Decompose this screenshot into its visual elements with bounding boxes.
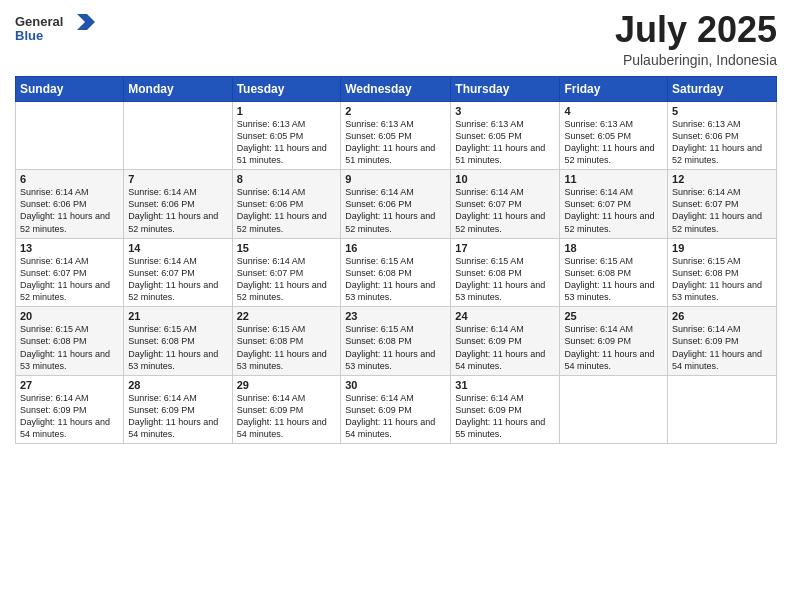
calendar-cell: 14Sunrise: 6:14 AM Sunset: 6:07 PM Dayli… — [124, 238, 232, 307]
day-info: Sunrise: 6:14 AM Sunset: 6:09 PM Dayligh… — [237, 392, 337, 441]
day-number: 25 — [564, 310, 663, 322]
day-info: Sunrise: 6:14 AM Sunset: 6:07 PM Dayligh… — [20, 255, 119, 304]
day-number: 12 — [672, 173, 772, 185]
day-number: 5 — [672, 105, 772, 117]
day-info: Sunrise: 6:13 AM Sunset: 6:05 PM Dayligh… — [564, 118, 663, 167]
calendar-cell: 12Sunrise: 6:14 AM Sunset: 6:07 PM Dayli… — [668, 170, 777, 239]
day-number: 2 — [345, 105, 446, 117]
calendar-cell: 24Sunrise: 6:14 AM Sunset: 6:09 PM Dayli… — [451, 307, 560, 376]
day-number: 30 — [345, 379, 446, 391]
calendar-cell: 16Sunrise: 6:15 AM Sunset: 6:08 PM Dayli… — [341, 238, 451, 307]
day-info: Sunrise: 6:14 AM Sunset: 6:09 PM Dayligh… — [564, 323, 663, 372]
day-number: 20 — [20, 310, 119, 322]
calendar-cell — [560, 375, 668, 444]
col-wednesday: Wednesday — [341, 76, 451, 101]
calendar-table: Sunday Monday Tuesday Wednesday Thursday… — [15, 76, 777, 445]
day-number: 19 — [672, 242, 772, 254]
svg-marker-1 — [77, 14, 95, 30]
day-info: Sunrise: 6:14 AM Sunset: 6:07 PM Dayligh… — [237, 255, 337, 304]
calendar-week-row: 1Sunrise: 6:13 AM Sunset: 6:05 PM Daylig… — [16, 101, 777, 170]
calendar-cell: 9Sunrise: 6:14 AM Sunset: 6:06 PM Daylig… — [341, 170, 451, 239]
day-number: 15 — [237, 242, 337, 254]
day-number: 28 — [128, 379, 227, 391]
calendar-header-row: Sunday Monday Tuesday Wednesday Thursday… — [16, 76, 777, 101]
calendar-cell: 7Sunrise: 6:14 AM Sunset: 6:06 PM Daylig… — [124, 170, 232, 239]
calendar-cell: 22Sunrise: 6:15 AM Sunset: 6:08 PM Dayli… — [232, 307, 341, 376]
day-info: Sunrise: 6:14 AM Sunset: 6:07 PM Dayligh… — [128, 255, 227, 304]
day-number: 27 — [20, 379, 119, 391]
calendar-cell — [668, 375, 777, 444]
calendar-cell: 5Sunrise: 6:13 AM Sunset: 6:06 PM Daylig… — [668, 101, 777, 170]
day-number: 11 — [564, 173, 663, 185]
day-info: Sunrise: 6:14 AM Sunset: 6:09 PM Dayligh… — [455, 323, 555, 372]
calendar-cell: 3Sunrise: 6:13 AM Sunset: 6:05 PM Daylig… — [451, 101, 560, 170]
col-friday: Friday — [560, 76, 668, 101]
day-number: 16 — [345, 242, 446, 254]
calendar-cell: 27Sunrise: 6:14 AM Sunset: 6:09 PM Dayli… — [16, 375, 124, 444]
day-info: Sunrise: 6:14 AM Sunset: 6:07 PM Dayligh… — [672, 186, 772, 235]
calendar-cell: 2Sunrise: 6:13 AM Sunset: 6:05 PM Daylig… — [341, 101, 451, 170]
day-info: Sunrise: 6:15 AM Sunset: 6:08 PM Dayligh… — [128, 323, 227, 372]
col-tuesday: Tuesday — [232, 76, 341, 101]
calendar-cell: 29Sunrise: 6:14 AM Sunset: 6:09 PM Dayli… — [232, 375, 341, 444]
day-info: Sunrise: 6:13 AM Sunset: 6:05 PM Dayligh… — [455, 118, 555, 167]
calendar-week-row: 27Sunrise: 6:14 AM Sunset: 6:09 PM Dayli… — [16, 375, 777, 444]
day-info: Sunrise: 6:14 AM Sunset: 6:06 PM Dayligh… — [345, 186, 446, 235]
title-location: Pulauberingin, Indonesia — [615, 52, 777, 68]
day-info: Sunrise: 6:13 AM Sunset: 6:05 PM Dayligh… — [237, 118, 337, 167]
day-number: 6 — [20, 173, 119, 185]
day-info: Sunrise: 6:14 AM Sunset: 6:09 PM Dayligh… — [20, 392, 119, 441]
day-info: Sunrise: 6:14 AM Sunset: 6:07 PM Dayligh… — [564, 186, 663, 235]
day-info: Sunrise: 6:14 AM Sunset: 6:06 PM Dayligh… — [237, 186, 337, 235]
day-info: Sunrise: 6:14 AM Sunset: 6:09 PM Dayligh… — [455, 392, 555, 441]
header: General Blue July 2025 Pulauberingin, In… — [15, 10, 777, 68]
calendar-cell: 26Sunrise: 6:14 AM Sunset: 6:09 PM Dayli… — [668, 307, 777, 376]
col-monday: Monday — [124, 76, 232, 101]
day-info: Sunrise: 6:14 AM Sunset: 6:06 PM Dayligh… — [128, 186, 227, 235]
day-number: 14 — [128, 242, 227, 254]
calendar-cell: 30Sunrise: 6:14 AM Sunset: 6:09 PM Dayli… — [341, 375, 451, 444]
day-info: Sunrise: 6:14 AM Sunset: 6:09 PM Dayligh… — [345, 392, 446, 441]
day-number: 29 — [237, 379, 337, 391]
calendar-cell: 18Sunrise: 6:15 AM Sunset: 6:08 PM Dayli… — [560, 238, 668, 307]
title-block: July 2025 Pulauberingin, Indonesia — [615, 10, 777, 68]
day-info: Sunrise: 6:14 AM Sunset: 6:06 PM Dayligh… — [20, 186, 119, 235]
day-number: 1 — [237, 105, 337, 117]
day-number: 31 — [455, 379, 555, 391]
calendar-week-row: 6Sunrise: 6:14 AM Sunset: 6:06 PM Daylig… — [16, 170, 777, 239]
day-info: Sunrise: 6:15 AM Sunset: 6:08 PM Dayligh… — [20, 323, 119, 372]
day-number: 23 — [345, 310, 446, 322]
day-number: 10 — [455, 173, 555, 185]
page: General Blue July 2025 Pulauberingin, In… — [0, 0, 792, 612]
calendar-cell: 15Sunrise: 6:14 AM Sunset: 6:07 PM Dayli… — [232, 238, 341, 307]
day-number: 24 — [455, 310, 555, 322]
title-month: July 2025 — [615, 10, 777, 50]
day-number: 7 — [128, 173, 227, 185]
day-info: Sunrise: 6:14 AM Sunset: 6:09 PM Dayligh… — [128, 392, 227, 441]
day-number: 4 — [564, 105, 663, 117]
calendar-cell: 17Sunrise: 6:15 AM Sunset: 6:08 PM Dayli… — [451, 238, 560, 307]
day-info: Sunrise: 6:15 AM Sunset: 6:08 PM Dayligh… — [672, 255, 772, 304]
svg-text:General: General — [15, 14, 63, 29]
day-info: Sunrise: 6:14 AM Sunset: 6:09 PM Dayligh… — [672, 323, 772, 372]
day-number: 9 — [345, 173, 446, 185]
calendar-cell: 4Sunrise: 6:13 AM Sunset: 6:05 PM Daylig… — [560, 101, 668, 170]
calendar-week-row: 13Sunrise: 6:14 AM Sunset: 6:07 PM Dayli… — [16, 238, 777, 307]
calendar-cell: 25Sunrise: 6:14 AM Sunset: 6:09 PM Dayli… — [560, 307, 668, 376]
calendar-cell: 19Sunrise: 6:15 AM Sunset: 6:08 PM Dayli… — [668, 238, 777, 307]
calendar-cell: 31Sunrise: 6:14 AM Sunset: 6:09 PM Dayli… — [451, 375, 560, 444]
col-saturday: Saturday — [668, 76, 777, 101]
calendar-cell: 20Sunrise: 6:15 AM Sunset: 6:08 PM Dayli… — [16, 307, 124, 376]
calendar-cell: 8Sunrise: 6:14 AM Sunset: 6:06 PM Daylig… — [232, 170, 341, 239]
svg-text:Blue: Blue — [15, 28, 43, 43]
calendar-cell: 13Sunrise: 6:14 AM Sunset: 6:07 PM Dayli… — [16, 238, 124, 307]
day-info: Sunrise: 6:13 AM Sunset: 6:06 PM Dayligh… — [672, 118, 772, 167]
day-number: 21 — [128, 310, 227, 322]
day-number: 17 — [455, 242, 555, 254]
day-info: Sunrise: 6:13 AM Sunset: 6:05 PM Dayligh… — [345, 118, 446, 167]
day-info: Sunrise: 6:15 AM Sunset: 6:08 PM Dayligh… — [345, 255, 446, 304]
calendar-cell: 11Sunrise: 6:14 AM Sunset: 6:07 PM Dayli… — [560, 170, 668, 239]
day-info: Sunrise: 6:14 AM Sunset: 6:07 PM Dayligh… — [455, 186, 555, 235]
logo-text: General Blue — [15, 10, 105, 52]
day-info: Sunrise: 6:15 AM Sunset: 6:08 PM Dayligh… — [564, 255, 663, 304]
